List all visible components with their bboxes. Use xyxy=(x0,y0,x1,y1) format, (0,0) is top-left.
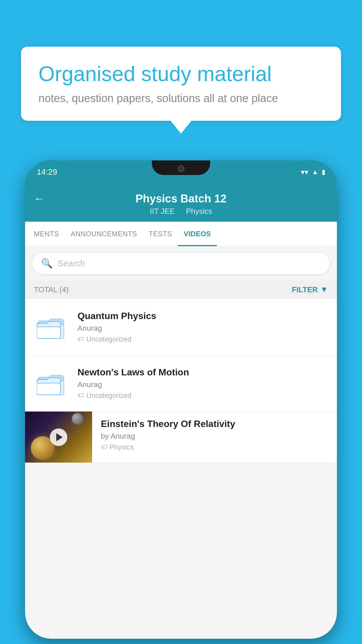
video-item-2[interactable]: Einstein's Theory Of Relativity by Anura… xyxy=(25,412,337,463)
signal-icon: ▲ xyxy=(312,168,318,176)
battery-icon: ▮ xyxy=(322,168,325,176)
app-title: Physics Batch 12 xyxy=(37,192,325,205)
speech-bubble: Organised study material notes, question… xyxy=(21,47,341,121)
video-title-2: Einstein's Theory Of Relativity xyxy=(101,419,328,429)
search-icon: 🔍 xyxy=(41,258,53,269)
search-bar[interactable]: 🔍 Search xyxy=(32,252,330,274)
video-title-0: Quantum Physics xyxy=(78,311,328,321)
tab-videos[interactable]: VIDEOS xyxy=(178,222,217,246)
video-author-1: Anurag xyxy=(78,380,328,389)
video-item-0[interactable]: Quantum Physics Anurag 🏷 Uncategorized xyxy=(25,299,337,355)
tab-announcements[interactable]: ANNOUNCEMENTS xyxy=(65,222,143,246)
video-title-1: Newton's Laws of Motion xyxy=(78,367,328,378)
search-placeholder-text: Search xyxy=(57,258,85,268)
video-tag-2: 🏷 Physics xyxy=(101,443,328,451)
video-tag-1: 🏷 Uncategorized xyxy=(78,391,328,400)
folder-icon-1 xyxy=(37,370,66,396)
video-tag-0: 🏷 Uncategorized xyxy=(78,335,328,343)
tabs-bar: MENTS ANNOUNCEMENTS TESTS VIDEOS xyxy=(25,222,337,246)
subtitle-physics: Physics xyxy=(186,207,212,216)
speech-bubble-subtitle: notes, question papers, solutions all at… xyxy=(38,92,324,105)
play-triangle-icon xyxy=(56,433,63,441)
app-subtitle: IIT JEE Physics xyxy=(37,207,325,216)
total-count-label: TOTAL (4) xyxy=(34,285,68,294)
speech-bubble-title: Organised study material xyxy=(38,61,324,86)
folder-icon-0 xyxy=(37,314,66,340)
tag-icon-0: 🏷 xyxy=(78,335,84,343)
phone-frame: 14:29 ▾▾ ▲ ▮ ← Physics Batch 12 IIT JEE … xyxy=(25,160,337,639)
video-thumbnail-1 xyxy=(34,366,69,401)
filter-bar: TOTAL (4) FILTER ▼ xyxy=(25,280,337,299)
tab-ments[interactable]: MENTS xyxy=(28,222,65,246)
wifi-icon: ▾▾ xyxy=(301,168,308,177)
play-button-2[interactable] xyxy=(50,428,67,446)
video-info-0: Quantum Physics Anurag 🏷 Uncategorized xyxy=(78,311,328,343)
phone-notch xyxy=(152,160,210,175)
subtitle-iitjee: IIT JEE xyxy=(150,207,175,216)
status-icons: ▾▾ ▲ ▮ xyxy=(301,168,325,177)
filter-button[interactable]: FILTER ▼ xyxy=(292,285,328,294)
tab-tests[interactable]: TESTS xyxy=(143,222,178,246)
filter-icon: ▼ xyxy=(320,285,328,294)
video-tag-text-1: Uncategorized xyxy=(86,391,131,400)
app-header: ← Physics Batch 12 IIT JEE Physics xyxy=(25,184,337,222)
tag-icon-2: 🏷 xyxy=(101,443,107,451)
video-thumbnail-image-2 xyxy=(25,412,92,463)
planet-decoration-2 xyxy=(72,413,83,425)
video-info-2: Einstein's Theory Of Relativity by Anura… xyxy=(92,412,337,458)
video-info-1: Newton's Laws of Motion Anurag 🏷 Uncateg… xyxy=(78,367,328,400)
video-tag-text-2: Physics xyxy=(110,443,134,451)
video-tag-text-0: Uncategorized xyxy=(86,335,131,343)
video-item-1[interactable]: Newton's Laws of Motion Anurag 🏷 Uncateg… xyxy=(25,355,337,412)
tag-icon-1: 🏷 xyxy=(78,392,84,399)
video-author-0: Anurag xyxy=(78,324,328,333)
back-button[interactable]: ← xyxy=(34,192,44,205)
status-time: 14:29 xyxy=(37,167,57,177)
phone-camera xyxy=(178,165,184,172)
video-author-2: by Anurag xyxy=(101,432,328,441)
filter-label: FILTER xyxy=(292,285,318,294)
video-list: Quantum Physics Anurag 🏷 Uncategorized xyxy=(25,299,337,463)
video-thumbnail-0 xyxy=(34,309,69,344)
phone-screen: ← Physics Batch 12 IIT JEE Physics MENTS… xyxy=(25,184,337,639)
